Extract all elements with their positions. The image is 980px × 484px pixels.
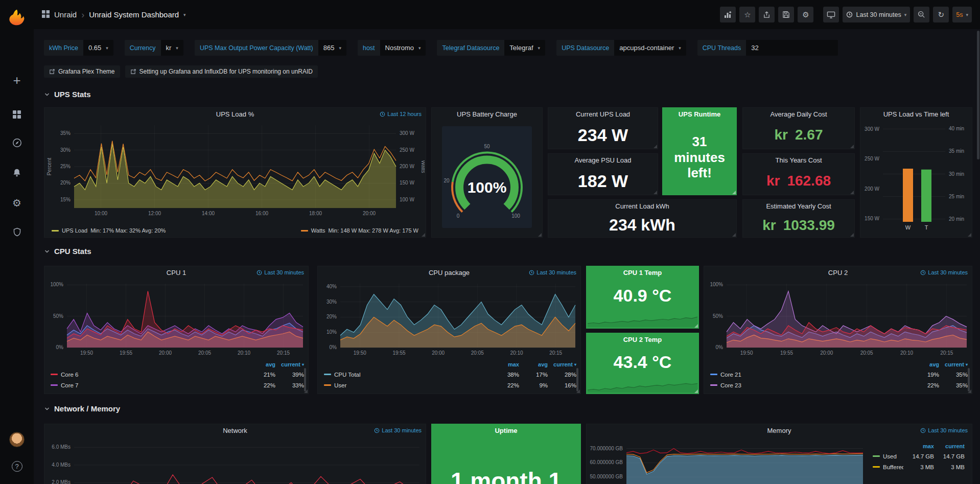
battery-gauge[interactable]: 02050100100% (432, 121, 542, 237)
legend-sort-column[interactable]: max (491, 361, 519, 367)
dashboards-icon[interactable] (0, 104, 34, 125)
legend-scrollbar[interactable] (304, 368, 306, 391)
load-vs-time-bar-chart[interactable]: 20 min25 min30 min35 min40 min150 W200 W… (860, 121, 972, 234)
legend-sort-column[interactable]: current (934, 443, 965, 449)
panel-title[interactable]: UPS Load vs Time left (860, 108, 972, 121)
legend-sort-column[interactable]: current▾ (275, 361, 304, 367)
panel-title[interactable]: Current UPS Load (548, 108, 658, 121)
breadcrumb-app[interactable]: Unraid (54, 10, 77, 19)
panel-this-years-cost: This Years Cost kr162.68 (742, 153, 855, 195)
panel-time-range[interactable]: Last 30 minutes (529, 269, 576, 275)
cycle-view-button[interactable] (823, 7, 839, 22)
legend-scrollbar[interactable] (968, 368, 970, 391)
variable-label: host (358, 40, 380, 56)
user-avatar[interactable] (0, 429, 34, 450)
zoom-out-button[interactable] (914, 7, 929, 22)
legend-scrollbar[interactable] (576, 368, 578, 391)
alerting-bell-icon[interactable] (0, 163, 34, 183)
panel-title[interactable]: Current Load kWh (548, 200, 736, 213)
panel-title[interactable]: Uptime (432, 424, 580, 437)
panel-title[interactable]: Memory (587, 424, 972, 437)
refresh-button[interactable]: ↻ (933, 7, 949, 22)
series-name[interactable]: CPU Total (334, 372, 491, 378)
section-network-memory[interactable]: Network / Memory (44, 404, 120, 413)
create-icon[interactable]: + (0, 70, 34, 90)
time-range-picker[interactable]: Last 30 minutes ▾ (843, 7, 910, 22)
variable-dropdown[interactable]: Telegraf▾ (504, 40, 545, 56)
chevron-down-icon: ▾ (904, 12, 907, 17)
panel-title[interactable]: Average Daily Cost (743, 108, 854, 121)
panel-time-range[interactable]: Last 30 minutes (374, 427, 422, 433)
series-name[interactable]: Core 21 (720, 372, 911, 378)
server-admin-shield-icon[interactable] (0, 222, 34, 242)
panel-title[interactable]: This Years Cost (743, 154, 854, 167)
panel-time-range[interactable]: Last 30 minutes (256, 269, 304, 275)
sort-caret-icon: ▾ (302, 362, 304, 367)
panel-title[interactable]: UPS Load % (44, 108, 426, 121)
chevron-down-icon[interactable]: ▾ (183, 12, 186, 17)
page-scrollbar[interactable] (977, 31, 979, 159)
sort-caret-icon: ▾ (966, 362, 968, 367)
panel-time-range[interactable]: Last 30 minutes (920, 427, 968, 433)
panel-title[interactable]: Network (44, 424, 426, 437)
series-name[interactable]: Buffered (883, 464, 903, 470)
variable-label: Telegraf Datasource (437, 40, 504, 56)
variable-dropdown[interactable]: 0.65▾ (83, 40, 113, 56)
series-color-dash (873, 455, 880, 457)
help-icon[interactable]: ? (0, 456, 34, 476)
configuration-gear-icon[interactable]: ⚙ (0, 193, 34, 213)
section-cpu-stats[interactable]: CPU Stats (44, 247, 91, 256)
ups-load-chart[interactable]: 15%20%25%30%35%100 W150 W200 W250 W300 W… (45, 121, 425, 218)
panel-ups-load-percent: UPS Load % Last 12 hours 15%20%25%30%35%… (44, 107, 426, 238)
legend-row: Buffered 3 MB 3 MB (873, 462, 965, 472)
add-panel-button[interactable] (720, 7, 736, 22)
variable-dropdown[interactable]: 865▾ (318, 40, 346, 56)
legend-sort-column[interactable]: avg (911, 361, 939, 367)
panel-title[interactable]: CPU 1 Temp (587, 266, 698, 280)
legend-sort-column[interactable]: avg (519, 361, 548, 367)
series-name[interactable]: Used (883, 453, 903, 459)
cpu2-chart[interactable]: 0%50%100%19:5019:5520:0020:0520:1020:15 (705, 280, 971, 358)
series-name[interactable]: Core 23 (720, 382, 911, 388)
panel-title[interactable]: UPS Battery Charge (432, 108, 542, 121)
explore-compass-icon[interactable] (0, 132, 34, 153)
series-name[interactable]: UPS Load (62, 227, 87, 234)
series-name[interactable]: Watts (311, 227, 325, 234)
grafana-logo[interactable] (0, 6, 34, 29)
section-ups-stats[interactable]: UPS Stats (44, 90, 91, 99)
variable-kwh-price: kWh Price 0.65▾ (44, 40, 113, 56)
panel-title[interactable]: Average PSU Load (548, 154, 658, 167)
dashboard-link[interactable]: Setting up Grafana and InfluxDB for UPS … (125, 65, 318, 78)
series-name[interactable]: Core 6 (61, 372, 247, 378)
legend-sort-column[interactable]: max (903, 443, 934, 449)
panel-title[interactable]: Estimated Yearly Cost (743, 200, 854, 213)
legend-sort-column[interactable]: current▾ (939, 361, 968, 367)
breadcrumb-dashboard-title[interactable]: Unraid System Dashboard (89, 10, 179, 19)
save-button[interactable] (778, 7, 794, 22)
dashboard-settings-button[interactable]: ⚙ (798, 7, 813, 22)
refresh-interval-picker[interactable]: 5s▾ (952, 7, 972, 22)
star-button[interactable]: ☆ (739, 7, 755, 22)
cpu-threads-input[interactable]: 32 (746, 40, 838, 56)
series-name[interactable]: Core 7 (61, 382, 247, 388)
svg-text:100 W: 100 W (400, 197, 414, 202)
cpu-package-chart[interactable]: 0%10%20%30%40%19:5019:5520:0020:0520:102… (319, 280, 579, 358)
variable-dropdown[interactable]: apcupsd-container▾ (614, 40, 686, 56)
panel-title[interactable]: UPS Runtime (663, 108, 736, 121)
network-chart[interactable]: 2.0 MBs4.0 MBs6.0 MBs (45, 437, 425, 484)
panel-title[interactable]: CPU 2 Temp (587, 333, 698, 347)
dashboard-grid-icon[interactable] (42, 10, 50, 19)
variable-dropdown[interactable]: kr▾ (161, 40, 183, 56)
series-name[interactable]: User (334, 382, 491, 388)
panel-time-range[interactable]: Last 12 hours (380, 111, 422, 117)
cpu1-chart[interactable]: 0%50%100%19:5019:5520:0020:0520:1020:15 (45, 280, 307, 358)
share-button[interactable] (759, 7, 775, 22)
dashboard-link[interactable]: Grafana Plex Theme (44, 65, 120, 78)
memory-chart[interactable]: 50.000000 GB60.000000 GB70.000000 GB (588, 437, 866, 484)
panel-time-range[interactable]: Last 30 minutes (920, 269, 968, 275)
variable-dropdown[interactable]: Nostromo▾ (380, 40, 426, 56)
legend-sort-column[interactable]: avg (247, 361, 275, 367)
legend-sort-column[interactable]: current▾ (548, 361, 576, 367)
svg-text:19:55: 19:55 (120, 350, 132, 356)
panel-cpu1-temp: CPU 1 Temp 40.9 °C (586, 266, 699, 329)
